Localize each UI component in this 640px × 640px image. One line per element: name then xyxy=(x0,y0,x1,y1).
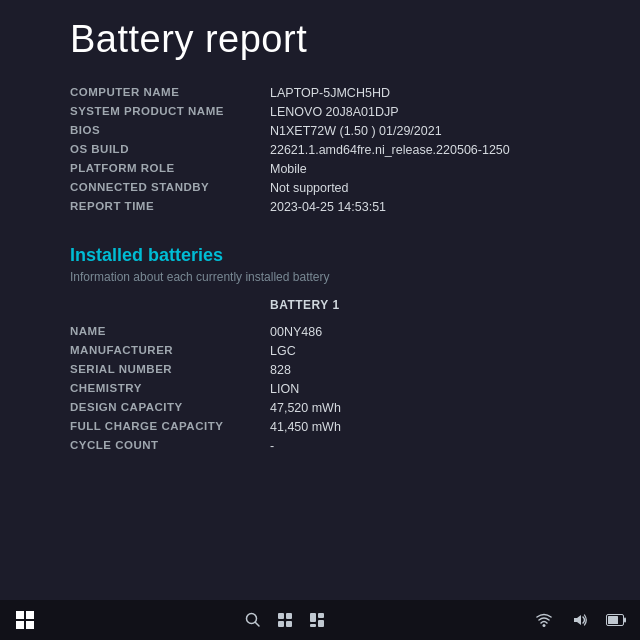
value-design-capacity: 47,520 mWh xyxy=(270,398,570,417)
label-computer-name: COMPUTER NAME xyxy=(70,83,270,102)
label-design-capacity: DESIGN CAPACITY xyxy=(70,398,270,417)
value-bios: N1XET72W (1.50 ) 01/29/2021 xyxy=(270,121,570,140)
svg-line-1 xyxy=(256,623,260,627)
label-cycle-count: CYCLE COUNT xyxy=(70,436,270,455)
system-info-table: COMPUTER NAME LAPTOP-5JMCH5HD SYSTEM PRO… xyxy=(70,83,570,216)
table-row: SERIAL NUMBER 828 xyxy=(70,360,570,379)
content-area: Battery report COMPUTER NAME LAPTOP-5JMC… xyxy=(0,0,640,600)
value-cycle-count: - xyxy=(270,436,570,455)
label-report-time: REPORT TIME xyxy=(70,197,270,216)
svg-rect-12 xyxy=(624,618,626,623)
page-title: Battery report xyxy=(70,18,570,61)
label-connected-standby: CONNECTED STANDBY xyxy=(70,178,270,197)
battery-column-header: BATTERY 1 xyxy=(270,298,570,316)
table-row: BIOS N1XET72W (1.50 ) 01/29/2021 xyxy=(70,121,570,140)
table-row: NAME 00NY486 xyxy=(70,322,570,341)
search-button[interactable] xyxy=(239,606,267,634)
svg-rect-7 xyxy=(318,613,324,618)
label-system-product-name: SYSTEM PRODUCT NAME xyxy=(70,102,270,121)
table-row: CHEMISTRY LION xyxy=(70,379,570,398)
taskbar xyxy=(0,600,640,640)
svg-rect-6 xyxy=(310,613,316,622)
widgets-button[interactable] xyxy=(303,606,331,634)
table-row: OS BUILD 22621.1.amd64fre.ni_release.220… xyxy=(70,140,570,159)
value-name: 00NY486 xyxy=(270,322,570,341)
value-system-product-name: LENOVO 20J8A01DJP xyxy=(270,102,570,121)
label-manufacturer: MANUFACTURER xyxy=(70,341,270,360)
table-row: PLATFORM ROLE Mobile xyxy=(70,159,570,178)
svg-rect-2 xyxy=(278,613,284,619)
task-view-button[interactable] xyxy=(271,606,299,634)
svg-rect-3 xyxy=(286,613,292,619)
label-name: NAME xyxy=(70,322,270,341)
table-row: DESIGN CAPACITY 47,520 mWh xyxy=(70,398,570,417)
table-row: COMPUTER NAME LAPTOP-5JMCH5HD xyxy=(70,83,570,102)
svg-rect-4 xyxy=(278,621,284,627)
table-row: SYSTEM PRODUCT NAME LENOVO 20J8A01DJP xyxy=(70,102,570,121)
svg-point-10 xyxy=(543,624,546,627)
value-full-charge-capacity: 41,450 mWh xyxy=(270,417,570,436)
table-row: CYCLE COUNT - xyxy=(70,436,570,455)
table-row: FULL CHARGE CAPACITY 41,450 mWh xyxy=(70,417,570,436)
start-button[interactable] xyxy=(10,605,40,635)
svg-rect-5 xyxy=(286,621,292,627)
label-platform-role: PLATFORM ROLE xyxy=(70,159,270,178)
value-connected-standby: Not supported xyxy=(270,178,570,197)
batteries-section-title: Installed batteries xyxy=(70,245,570,266)
battery-1-header: BATTERY 1 xyxy=(270,298,570,312)
screen: Battery report COMPUTER NAME LAPTOP-5JMC… xyxy=(0,0,640,640)
value-manufacturer: LGC xyxy=(270,341,570,360)
value-report-time: 2023-04-25 14:53:51 xyxy=(270,197,570,216)
svg-rect-8 xyxy=(310,624,316,627)
value-chemistry: LION xyxy=(270,379,570,398)
table-row: REPORT TIME 2023-04-25 14:53:51 xyxy=(70,197,570,216)
taskbar-left xyxy=(10,605,40,635)
svg-rect-13 xyxy=(608,616,618,624)
battery-header-row: BATTERY 1 xyxy=(70,298,570,316)
taskbar-center xyxy=(239,606,331,634)
label-serial-number: SERIAL NUMBER xyxy=(70,360,270,379)
taskbar-right xyxy=(530,606,630,634)
label-bios: BIOS xyxy=(70,121,270,140)
value-platform-role: Mobile xyxy=(270,159,570,178)
battery-icon[interactable] xyxy=(602,606,630,634)
value-os-build: 22621.1.amd64fre.ni_release.220506-1250 xyxy=(270,140,570,159)
network-icon[interactable] xyxy=(530,606,558,634)
battery-label-spacer xyxy=(70,298,270,316)
volume-icon[interactable] xyxy=(566,606,594,634)
battery-section: Installed batteries Information about ea… xyxy=(70,245,570,455)
table-row: CONNECTED STANDBY Not supported xyxy=(70,178,570,197)
label-full-charge-capacity: FULL CHARGE CAPACITY xyxy=(70,417,270,436)
label-chemistry: CHEMISTRY xyxy=(70,379,270,398)
windows-icon xyxy=(16,611,34,629)
battery-table: NAME 00NY486 MANUFACTURER LGC SERIAL NUM… xyxy=(70,322,570,455)
svg-rect-9 xyxy=(318,620,324,627)
value-serial-number: 828 xyxy=(270,360,570,379)
section-divider xyxy=(70,234,570,235)
table-row: MANUFACTURER LGC xyxy=(70,341,570,360)
value-computer-name: LAPTOP-5JMCH5HD xyxy=(270,83,570,102)
batteries-section-subtitle: Information about each currently install… xyxy=(70,270,570,284)
label-os-build: OS BUILD xyxy=(70,140,270,159)
